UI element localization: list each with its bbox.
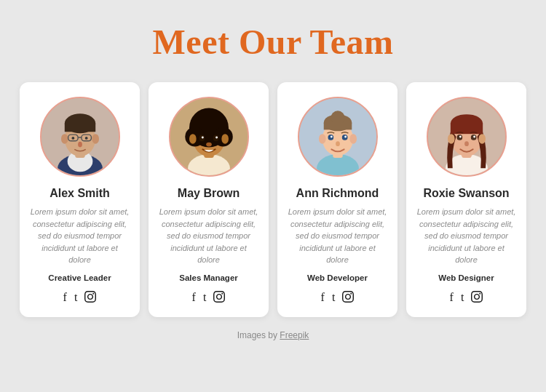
freepik-link[interactable]: Freepik <box>280 330 309 340</box>
member-role-2: Sales Manager <box>179 273 238 282</box>
avatar-4 <box>427 97 507 177</box>
member-bio-4: Lorem ipsum dolor sit amet, consectetur … <box>416 206 516 266</box>
social-icons-3: f t <box>321 291 355 305</box>
page-title: Meet Our Team <box>153 22 394 62</box>
svg-point-7 <box>60 134 68 143</box>
facebook-icon-2[interactable]: f <box>192 291 196 305</box>
twitter-icon-2[interactable]: t <box>203 291 206 305</box>
svg-rect-48 <box>450 124 482 134</box>
svg-rect-35 <box>323 123 352 130</box>
member-bio-3: Lorem ipsum dolor sit amet, consectetur … <box>288 206 387 266</box>
page-wrapper: Meet Our Team <box>0 0 546 392</box>
social-icons-2: f t <box>192 291 226 305</box>
svg-point-49 <box>447 134 454 143</box>
footer-text-prefix: Images by <box>237 330 280 340</box>
avatar-1 <box>40 97 120 177</box>
instagram-icon-2[interactable] <box>213 291 225 305</box>
member-bio-1: Lorem ipsum dolor sit amet, consectetur … <box>30 206 130 266</box>
svg-point-12 <box>71 137 74 140</box>
svg-point-41 <box>344 136 347 138</box>
svg-point-42 <box>336 141 340 146</box>
svg-point-14 <box>78 142 82 148</box>
member-name-3: Ann Richmond <box>296 187 379 200</box>
social-icons-4: f t <box>450 291 483 305</box>
svg-point-53 <box>459 136 461 138</box>
member-bio-2: Lorem ipsum dolor sit amet, consectetur … <box>159 206 258 266</box>
team-grid: Alex Smith Lorem ipsum dolor sit amet, c… <box>15 82 531 317</box>
instagram-icon-1[interactable] <box>84 291 96 305</box>
team-card-4: Roxie Swanson Lorem ipsum dolor sit amet… <box>406 82 526 317</box>
svg-point-40 <box>330 136 332 138</box>
instagram-icon-3[interactable] <box>342 291 354 305</box>
member-role-4: Web Designer <box>438 273 494 282</box>
svg-point-23 <box>221 134 229 143</box>
svg-point-36 <box>318 134 325 143</box>
avatar-2 <box>169 97 249 177</box>
member-role-3: Web Developer <box>307 273 368 282</box>
svg-point-28 <box>206 143 212 147</box>
svg-point-37 <box>349 134 357 143</box>
team-card-2: May Brown Lorem ipsum dolor sit amet, co… <box>149 82 269 317</box>
facebook-icon-1[interactable]: f <box>63 291 67 305</box>
member-name-4: Roxie Swanson <box>423 187 509 200</box>
member-role-1: Creative Leader <box>48 273 111 282</box>
svg-point-55 <box>464 141 469 146</box>
svg-point-34 <box>331 111 344 124</box>
team-card-3: Ann Richmond Lorem ipsum dolor sit amet,… <box>277 82 397 317</box>
twitter-icon-4[interactable]: t <box>461 291 464 305</box>
svg-point-26 <box>201 137 203 139</box>
svg-point-22 <box>189 134 197 143</box>
twitter-icon-3[interactable]: t <box>332 291 335 305</box>
svg-point-13 <box>84 137 87 140</box>
svg-point-27 <box>215 137 218 139</box>
avatar-3 <box>298 97 378 177</box>
svg-point-8 <box>92 134 99 143</box>
twitter-icon-1[interactable]: t <box>74 291 77 305</box>
svg-rect-6 <box>64 124 95 132</box>
instagram-icon-4[interactable] <box>471 291 483 305</box>
social-icons-1: f t <box>63 291 97 305</box>
svg-point-54 <box>473 136 475 138</box>
member-name-1: Alex Smith <box>50 187 110 200</box>
facebook-icon-3[interactable]: f <box>321 291 325 305</box>
svg-point-50 <box>478 134 486 143</box>
team-card-1: Alex Smith Lorem ipsum dolor sit amet, c… <box>20 82 140 317</box>
facebook-icon-4[interactable]: f <box>450 291 454 305</box>
member-name-2: May Brown <box>178 187 240 200</box>
footer-attribution: Images by Freepik <box>237 330 309 340</box>
